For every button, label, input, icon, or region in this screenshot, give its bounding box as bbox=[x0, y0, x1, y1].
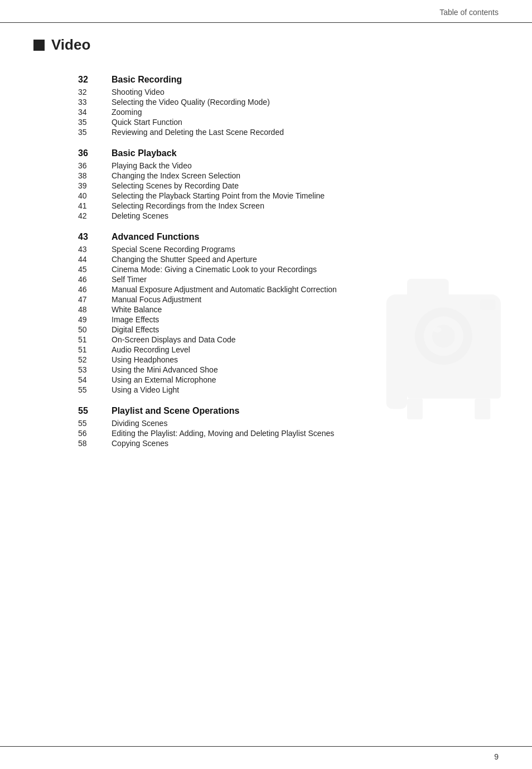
item-page-num: 56 bbox=[78, 428, 112, 438]
item-page-num: 55 bbox=[78, 385, 112, 395]
item-title: Changing the Index Screen Selection bbox=[112, 171, 499, 181]
section-heading-label: Playlist and Scene Operations bbox=[112, 400, 499, 418]
toc-item: 34Zooming bbox=[78, 107, 499, 117]
item-title: Deleting Scenes bbox=[112, 211, 499, 221]
item-title: Using Headphones bbox=[112, 355, 499, 365]
toc-item: 40Selecting the Playback Starting Point … bbox=[78, 191, 499, 201]
item-title: Selecting Scenes by Recording Date bbox=[112, 181, 499, 191]
toc-item: 48White Balance bbox=[78, 304, 499, 315]
item-title: Selecting the Video Quality (Recording M… bbox=[112, 97, 499, 107]
item-page-num: 41 bbox=[78, 201, 112, 211]
toc-item: 38Changing the Index Screen Selection bbox=[78, 171, 499, 181]
top-border bbox=[0, 22, 532, 23]
item-page-num: 54 bbox=[78, 375, 112, 385]
item-title: Special Scene Recording Programs bbox=[112, 244, 499, 254]
item-page-num: 55 bbox=[78, 418, 112, 428]
item-page-num: 32 bbox=[78, 87, 112, 97]
item-title: Dividing Scenes bbox=[112, 418, 499, 428]
item-title: Self Timer bbox=[112, 274, 499, 284]
item-title: Cinema Mode: Giving a Cinematic Look to … bbox=[112, 264, 499, 274]
item-page-num: 50 bbox=[78, 325, 112, 335]
toc-item: 58Copying Scenes bbox=[78, 438, 499, 448]
item-title: Using an External Microphone bbox=[112, 375, 499, 385]
toc-section-header: 32Basic Recording bbox=[78, 69, 499, 87]
section-page-num: 55 bbox=[78, 400, 112, 418]
toc-item: 51Audio Recording Level bbox=[78, 345, 499, 355]
item-title: Image Effects bbox=[112, 315, 499, 325]
item-title: On-Screen Displays and Data Code bbox=[112, 335, 499, 345]
item-title: Using a Video Light bbox=[112, 385, 499, 395]
item-title: White Balance bbox=[112, 304, 499, 315]
toc-item: 33Selecting the Video Quality (Recording… bbox=[78, 97, 499, 107]
toc-item: 35Quick Start Function bbox=[78, 117, 499, 127]
item-page-num: 42 bbox=[78, 211, 112, 221]
toc-item: 36Playing Back the Video bbox=[78, 161, 499, 171]
video-icon bbox=[33, 40, 45, 51]
item-page-num: 34 bbox=[78, 107, 112, 117]
item-title: Audio Recording Level bbox=[112, 345, 499, 355]
item-page-num: 51 bbox=[78, 335, 112, 345]
item-page-num: 35 bbox=[78, 127, 112, 137]
item-page-num: 58 bbox=[78, 438, 112, 448]
item-title: Manual Focus Adjustment bbox=[112, 294, 499, 304]
toc-table: 32Basic Recording32Shooting Video33Selec… bbox=[78, 69, 499, 448]
toc-section-header: 36Basic Playback bbox=[78, 143, 499, 161]
toc-section-header: 55Playlist and Scene Operations bbox=[78, 400, 499, 418]
item-page-num: 48 bbox=[78, 304, 112, 315]
item-title: Copying Scenes bbox=[112, 438, 499, 448]
bottom-border bbox=[0, 746, 532, 747]
item-title: Selecting Recordings from the Index Scre… bbox=[112, 201, 499, 211]
item-page-num: 44 bbox=[78, 254, 112, 264]
toc-item: 35Reviewing and Deleting the Last Scene … bbox=[78, 127, 499, 137]
section-heading-label: Advanced Functions bbox=[112, 226, 499, 244]
item-title: Zooming bbox=[112, 107, 499, 117]
toc-label: Table of contents bbox=[439, 8, 499, 17]
item-title: Manual Exposure Adjustment and Automatic… bbox=[112, 284, 499, 294]
toc-item: 51On-Screen Displays and Data Code bbox=[78, 335, 499, 345]
item-page-num: 33 bbox=[78, 97, 112, 107]
page-number: 9 bbox=[494, 752, 499, 761]
item-page-num: 47 bbox=[78, 294, 112, 304]
item-title: Using the Mini Advanced Shoe bbox=[112, 365, 499, 375]
toc-item: 52Using Headphones bbox=[78, 355, 499, 365]
section-title: Video bbox=[33, 36, 499, 54]
item-page-num: 38 bbox=[78, 171, 112, 181]
toc-item: 45Cinema Mode: Giving a Cinematic Look t… bbox=[78, 264, 499, 274]
section-heading-label: Basic Recording bbox=[112, 69, 499, 87]
item-title: Quick Start Function bbox=[112, 117, 499, 127]
toc-section-header: 43Advanced Functions bbox=[78, 226, 499, 244]
item-page-num: 36 bbox=[78, 161, 112, 171]
toc-item: 55Dividing Scenes bbox=[78, 418, 499, 428]
section-page-num: 43 bbox=[78, 226, 112, 244]
section-heading: Video bbox=[51, 36, 90, 54]
item-page-num: 39 bbox=[78, 181, 112, 191]
item-title: Shooting Video bbox=[112, 87, 499, 97]
item-page-num: 46 bbox=[78, 274, 112, 284]
content: Video 32Basic Recording32Shooting Video3… bbox=[0, 0, 532, 493]
section-page-num: 32 bbox=[78, 69, 112, 87]
toc-item: 54Using an External Microphone bbox=[78, 375, 499, 385]
item-title: Playing Back the Video bbox=[112, 161, 499, 171]
toc-item: 46Manual Exposure Adjustment and Automat… bbox=[78, 284, 499, 294]
toc-item: 46Self Timer bbox=[78, 274, 499, 284]
section-heading-label: Basic Playback bbox=[112, 143, 499, 161]
item-title: Changing the Shutter Speed and Aperture bbox=[112, 254, 499, 264]
toc-item: 50Digital Effects bbox=[78, 325, 499, 335]
toc-item: 49Image Effects bbox=[78, 315, 499, 325]
item-page-num: 53 bbox=[78, 365, 112, 375]
item-page-num: 45 bbox=[78, 264, 112, 274]
item-page-num: 52 bbox=[78, 355, 112, 365]
item-title: Digital Effects bbox=[112, 325, 499, 335]
toc-item: 47Manual Focus Adjustment bbox=[78, 294, 499, 304]
toc-item: 44Changing the Shutter Speed and Apertur… bbox=[78, 254, 499, 264]
section-page-num: 36 bbox=[78, 143, 112, 161]
item-title: Editing the Playlist: Adding, Moving and… bbox=[112, 428, 499, 438]
toc-item: 42Deleting Scenes bbox=[78, 211, 499, 221]
toc-item: 39Selecting Scenes by Recording Date bbox=[78, 181, 499, 191]
item-page-num: 43 bbox=[78, 244, 112, 254]
toc-item: 53Using the Mini Advanced Shoe bbox=[78, 365, 499, 375]
toc-item: 56Editing the Playlist: Adding, Moving a… bbox=[78, 428, 499, 438]
item-title: Selecting the Playback Starting Point fr… bbox=[112, 191, 499, 201]
item-page-num: 49 bbox=[78, 315, 112, 325]
item-page-num: 40 bbox=[78, 191, 112, 201]
